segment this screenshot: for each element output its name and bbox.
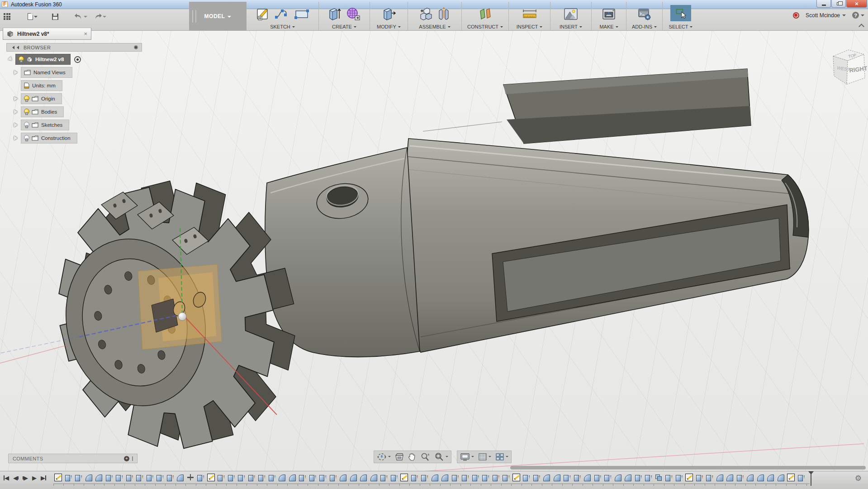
account-menu[interactable]: Scott Mcindoe bbox=[806, 12, 846, 19]
zoom-button[interactable]: ± bbox=[420, 452, 430, 461]
extrude-feature-icon[interactable] bbox=[706, 474, 713, 481]
browser-item[interactable]: Hiltnew2 v8 bbox=[6, 54, 142, 65]
construct-menu[interactable]: CONSTRUCT bbox=[467, 24, 503, 29]
extrude-feature-icon[interactable] bbox=[411, 474, 418, 481]
display-settings-button[interactable] bbox=[460, 453, 474, 461]
joint-icon[interactable] bbox=[437, 7, 450, 21]
fillet-feature-icon[interactable] bbox=[716, 474, 724, 481]
sketch-feature-icon[interactable] bbox=[54, 474, 62, 481]
expander-icon[interactable] bbox=[14, 96, 19, 101]
save-button[interactable] bbox=[51, 13, 59, 21]
extrude-feature-icon[interactable] bbox=[166, 474, 174, 481]
extrude-feature-icon[interactable] bbox=[268, 474, 276, 481]
browser-item[interactable]: Sketches bbox=[6, 120, 142, 130]
insert-image-icon[interactable] bbox=[564, 8, 578, 20]
grid-settings-button[interactable] bbox=[478, 453, 491, 461]
browser-item[interactable]: Units: mm bbox=[6, 80, 142, 91]
view-cube[interactable]: TOP WEST RIGHT bbox=[824, 44, 868, 91]
extrude-feature-icon[interactable] bbox=[502, 474, 510, 481]
workspace-switcher[interactable]: MODEL bbox=[189, 2, 247, 31]
browser-item-chip[interactable]: Construction bbox=[21, 133, 77, 144]
extrude-feature-icon[interactable] bbox=[75, 474, 82, 481]
panel-opacity-handle[interactable] bbox=[134, 45, 138, 49]
extrude-feature-icon[interactable] bbox=[390, 474, 398, 481]
add-comment-icon[interactable]: + bbox=[124, 456, 129, 461]
extrude-feature-icon[interactable] bbox=[126, 474, 133, 481]
model-fin[interactable] bbox=[503, 69, 751, 144]
sketch-feature-icon[interactable] bbox=[787, 474, 795, 481]
insert-menu[interactable]: INSERT bbox=[560, 24, 582, 29]
extrude-feature-icon[interactable] bbox=[380, 474, 388, 481]
extrude-feature-icon[interactable] bbox=[635, 474, 642, 481]
browser-item-chip[interactable]: Hiltnew2 v8 bbox=[15, 54, 71, 65]
move-feature-icon[interactable] bbox=[187, 474, 194, 481]
timeline-playhead[interactable] bbox=[811, 472, 811, 486]
assemble-menu[interactable]: ASSEMBLE bbox=[419, 24, 450, 29]
extrude-feature-icon[interactable] bbox=[115, 474, 123, 481]
document-tab[interactable]: Hiltnew2 v8* × bbox=[3, 28, 91, 40]
extrude-feature-icon[interactable] bbox=[217, 474, 225, 481]
expander-icon[interactable] bbox=[14, 110, 19, 115]
extrude-feature-icon[interactable] bbox=[421, 474, 428, 481]
redo-button[interactable] bbox=[93, 13, 107, 21]
browser-item-chip[interactable]: Sketches bbox=[21, 120, 69, 130]
addins-menu[interactable]: ADD-INS bbox=[632, 24, 657, 29]
fillet-feature-icon[interactable] bbox=[767, 474, 774, 481]
sketch-feature-icon[interactable] bbox=[685, 474, 693, 481]
3d-print-icon[interactable] bbox=[602, 8, 616, 20]
skip-to-start-button[interactable]: ◀ bbox=[4, 475, 9, 481]
visibility-bulb-icon[interactable] bbox=[24, 96, 29, 102]
extrude-feature-icon[interactable] bbox=[228, 474, 235, 481]
resize-grip[interactable] bbox=[132, 456, 133, 461]
fillet-feature-icon[interactable] bbox=[350, 474, 357, 481]
fillet-feature-icon[interactable] bbox=[757, 474, 764, 481]
visibility-bulb-icon[interactable] bbox=[19, 56, 24, 62]
visibility-bulb-icon[interactable] bbox=[24, 135, 29, 141]
browser-item[interactable]: Named Views bbox=[6, 67, 142, 78]
browser-item-chip[interactable]: Named Views bbox=[21, 67, 72, 78]
fillet-feature-icon[interactable] bbox=[746, 474, 754, 481]
press-pull-icon[interactable] bbox=[382, 7, 396, 21]
extrude-feature-icon[interactable] bbox=[574, 474, 581, 481]
fillet-feature-icon[interactable] bbox=[370, 474, 378, 481]
extrude-feature-icon[interactable] bbox=[645, 474, 652, 481]
extrude-feature-icon[interactable] bbox=[105, 474, 113, 481]
measure-icon[interactable] bbox=[522, 8, 537, 20]
step-forward-button[interactable]: ▶ bbox=[23, 475, 28, 481]
create-menu[interactable]: CREATE bbox=[332, 24, 356, 29]
activate-component-radio[interactable] bbox=[74, 56, 81, 63]
play-button[interactable]: ▶ bbox=[32, 475, 37, 481]
close-button[interactable]: ✕ bbox=[846, 0, 867, 8]
expander-icon[interactable] bbox=[7, 56, 14, 63]
fillet-feature-icon[interactable] bbox=[441, 474, 449, 481]
extrude-feature-icon[interactable] bbox=[65, 474, 72, 481]
pan-button[interactable] bbox=[408, 452, 416, 461]
extrude-feature-icon[interactable] bbox=[258, 474, 266, 481]
fillet-feature-icon[interactable] bbox=[278, 474, 286, 481]
extrude-feature-icon[interactable] bbox=[492, 474, 500, 481]
fillet-feature-icon[interactable] bbox=[543, 474, 550, 481]
construct-plane-icon[interactable] bbox=[479, 7, 492, 21]
extrude-feature-icon[interactable] bbox=[533, 474, 541, 481]
extrude-feature-icon[interactable] bbox=[797, 474, 805, 481]
skip-to-end-button[interactable]: ▶ bbox=[41, 475, 46, 481]
browser-item-chip[interactable]: Origin bbox=[21, 93, 62, 104]
model-collar[interactable] bbox=[265, 148, 420, 357]
combine-feature-icon[interactable] bbox=[655, 474, 663, 481]
record-icon[interactable] bbox=[793, 12, 799, 19]
make-menu[interactable]: MAKE bbox=[599, 24, 618, 29]
fillet-feature-icon[interactable] bbox=[95, 474, 103, 481]
select-tool-button[interactable] bbox=[670, 5, 691, 21]
extrude-feature-icon[interactable] bbox=[451, 474, 459, 481]
extrude-feature-icon[interactable] bbox=[472, 474, 479, 481]
extrude-feature-icon[interactable] bbox=[594, 474, 602, 481]
fillet-feature-icon[interactable] bbox=[360, 474, 367, 481]
file-menu-button[interactable] bbox=[27, 12, 38, 21]
extrude-feature-icon[interactable] bbox=[736, 474, 744, 481]
timeline-settings-gear-icon[interactable]: ⚙ bbox=[855, 475, 862, 482]
add-ins-icon[interactable] bbox=[638, 7, 651, 21]
fillet-feature-icon[interactable] bbox=[777, 474, 785, 481]
expander-icon[interactable] bbox=[14, 136, 19, 141]
maximize-button[interactable] bbox=[831, 0, 846, 8]
create-sketch-icon[interactable] bbox=[256, 7, 270, 21]
